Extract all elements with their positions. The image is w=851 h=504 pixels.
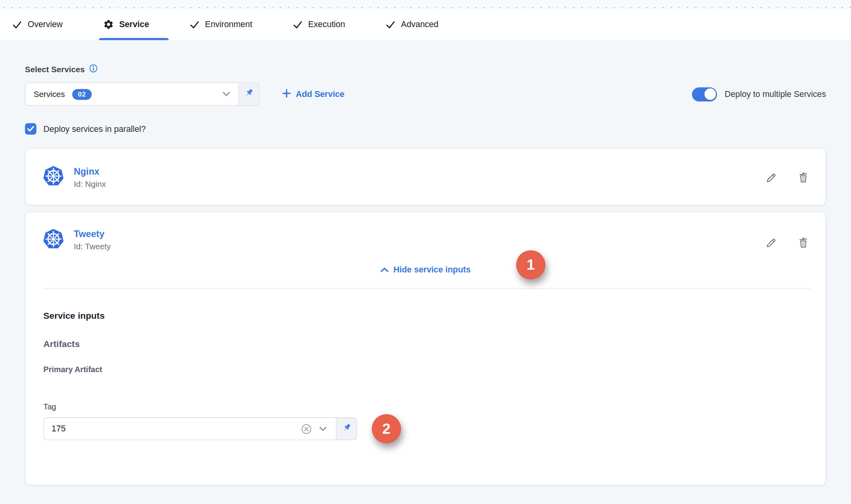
clear-icon[interactable] <box>301 423 312 435</box>
collapsed-panel-dashed-border <box>0 0 851 9</box>
parallel-checkbox-row: Deploy services in parallel? <box>25 123 826 135</box>
chevron-down-icon[interactable] <box>223 92 230 97</box>
tag-input[interactable] <box>51 424 301 434</box>
delete-icon[interactable] <box>797 237 809 248</box>
pin-icon <box>244 88 254 100</box>
service-name-link[interactable]: Tweety <box>74 229 111 240</box>
annotation-badge-1: 1 <box>516 250 546 279</box>
services-controls-row: Services 02 Add Service <box>25 82 826 106</box>
chevron-down-icon[interactable] <box>319 426 327 431</box>
tab-label: Overview <box>28 20 63 29</box>
delete-icon[interactable] <box>797 171 809 183</box>
tag-field-row: 2 <box>44 417 808 440</box>
deploy-multiple-toggle-group: Deploy to multiple Services <box>692 87 826 101</box>
service-inputs-panel: Service inputs Artifacts Primary Artifac… <box>26 310 825 440</box>
runtime-input-pin-button[interactable] <box>238 83 259 106</box>
tag-input-icons <box>301 423 336 435</box>
deploy-multiple-toggle[interactable] <box>692 87 717 101</box>
service-card-text: Nginx Id: Nginx <box>74 166 106 188</box>
service-tab-page: Overview Service Environment Execution A… <box>0 0 851 504</box>
primary-artifact-heading: Primary Artifact <box>44 365 808 374</box>
services-count-badge: 02 <box>72 89 92 100</box>
tab-advanced[interactable]: Advanced <box>385 9 438 40</box>
check-icon <box>12 19 22 29</box>
hide-service-inputs-row: Hide service inputs 1 <box>26 259 825 281</box>
services-dropdown-main[interactable]: Services 02 <box>26 83 238 106</box>
parallel-checkbox-label: Deploy services in parallel? <box>44 124 146 134</box>
edit-icon[interactable] <box>765 237 777 248</box>
tag-input-composite <box>44 417 357 440</box>
service-inputs-heading: Service inputs <box>44 310 808 321</box>
service-card-tweety: Tweety Id: Tweety Hide service inputs <box>25 212 826 485</box>
service-id: Id: Tweety <box>74 241 111 251</box>
check-icon <box>385 19 396 29</box>
plus-icon <box>282 89 291 100</box>
tab-label: Service <box>119 20 149 29</box>
kubernetes-icon <box>44 229 64 251</box>
tab-environment[interactable]: Environment <box>189 9 252 40</box>
service-id: Id: Nginx <box>74 179 106 188</box>
kubernetes-icon <box>44 166 64 188</box>
tab-label: Environment <box>205 20 252 29</box>
service-card-actions <box>765 237 809 248</box>
service-card-nginx: Nginx Id: Nginx <box>25 148 826 205</box>
check-icon <box>189 19 199 29</box>
toggle-knob <box>704 88 716 100</box>
artifacts-heading: Artifacts <box>44 339 808 349</box>
gear-icon <box>103 19 114 30</box>
services-dropdown-value: Services <box>34 89 65 99</box>
tab-overview[interactable]: Overview <box>12 9 62 40</box>
stage-tabbar: Overview Service Environment Execution A… <box>0 9 851 40</box>
tag-field-label: Tag <box>44 402 808 411</box>
services-dropdown[interactable]: Services 02 <box>25 82 259 106</box>
tag-input-main <box>44 418 336 440</box>
pin-icon <box>341 422 352 435</box>
card-divider <box>44 288 811 289</box>
add-service-button[interactable]: Add Service <box>282 89 344 100</box>
runtime-input-pin-button[interactable] <box>336 418 357 440</box>
tab-label: Execution <box>308 20 345 29</box>
check-icon <box>292 19 303 29</box>
select-services-label: Select Services <box>25 64 826 74</box>
info-icon[interactable] <box>89 64 98 74</box>
tab-service[interactable]: Service <box>103 9 149 40</box>
hide-service-inputs-link[interactable]: Hide service inputs <box>393 265 471 275</box>
parallel-checkbox[interactable] <box>25 123 37 135</box>
annotation-badge-2: 2 <box>372 414 401 444</box>
deploy-multiple-toggle-label: Deploy to multiple Services <box>725 89 826 99</box>
tab-execution[interactable]: Execution <box>292 9 345 40</box>
service-card-actions <box>765 171 809 183</box>
service-name-link[interactable]: Nginx <box>74 166 106 177</box>
edit-icon[interactable] <box>765 171 777 183</box>
service-card-header: Nginx Id: Nginx <box>26 149 825 206</box>
chevron-up-icon <box>380 265 389 275</box>
service-card-header: Tweety Id: Tweety <box>26 212 825 259</box>
service-card-text: Tweety Id: Tweety <box>74 229 111 250</box>
tab-label: Advanced <box>401 20 438 29</box>
service-tab-content: Select Services Services 02 <box>0 40 851 504</box>
